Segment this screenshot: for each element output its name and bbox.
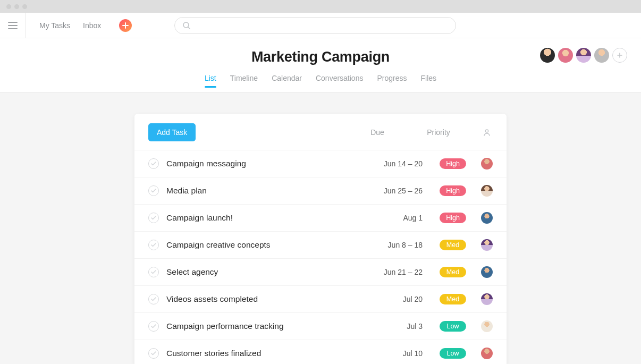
task-row[interactable]: Select agencyJun 21 – 22Med [134, 259, 507, 286]
tab-timeline[interactable]: Timeline [230, 74, 258, 87]
assignee-avatar[interactable] [481, 293, 493, 305]
column-header-due[interactable]: Due [359, 128, 396, 137]
project-header: Marketing Campaign ListTimelineCalendarC… [0, 38, 641, 92]
user-icon [483, 128, 491, 137]
complete-toggle[interactable] [148, 185, 159, 196]
task-rows: Campaign messagingJun 14 – 20HighMedia p… [134, 150, 507, 364]
tab-files[interactable]: Files [420, 74, 436, 87]
add-task-button[interactable]: Add Task [148, 123, 196, 141]
add-member-button[interactable] [612, 48, 627, 63]
member-avatar[interactable] [594, 48, 609, 63]
priority-pill[interactable]: High [440, 185, 466, 196]
task-due[interactable]: Jul 3 [369, 322, 423, 331]
tab-list[interactable]: List [205, 74, 216, 87]
member-avatar[interactable] [576, 48, 591, 63]
task-due[interactable]: Jun 21 – 22 [369, 268, 423, 276]
check-icon [151, 270, 156, 274]
check-icon [151, 324, 156, 328]
task-due[interactable]: Jun 25 – 26 [369, 187, 423, 195]
traffic-light-min[interactable] [14, 4, 19, 9]
task-name[interactable]: Campaign performance tracking [166, 321, 369, 331]
project-members [540, 48, 627, 63]
priority-pill[interactable]: Med [440, 294, 466, 304]
task-row[interactable]: Customer stories finalizedJul 10Low [134, 340, 507, 364]
complete-toggle[interactable] [148, 158, 159, 169]
browser-chrome [0, 0, 641, 13]
priority-pill[interactable]: Med [440, 267, 466, 277]
task-due[interactable]: Aug 1 [369, 214, 423, 222]
assignee-avatar[interactable] [481, 266, 493, 278]
assignee-avatar[interactable] [481, 239, 493, 251]
task-due[interactable]: Jul 10 [369, 349, 423, 358]
task-due[interactable]: Jun 8 – 18 [369, 241, 423, 249]
omni-add-button[interactable] [119, 19, 132, 32]
priority-pill[interactable]: High [440, 213, 466, 223]
assignee-avatar[interactable] [481, 320, 493, 332]
complete-toggle[interactable] [148, 267, 159, 277]
assignee-avatar[interactable] [481, 158, 493, 170]
assignee-avatar[interactable] [481, 348, 493, 359]
topbar: My Tasks Inbox [0, 13, 641, 38]
check-icon [151, 297, 156, 301]
task-name[interactable]: Select agency [166, 267, 369, 277]
column-header-assignee [481, 128, 493, 137]
task-name[interactable]: Customer stories finalized [166, 349, 369, 358]
task-row[interactable]: Media planJun 25 – 26High [134, 177, 507, 205]
tab-calendar[interactable]: Calendar [272, 74, 302, 87]
search-icon [182, 21, 191, 30]
panel-header: Add Task Due Priority [134, 114, 507, 150]
plus-icon [617, 52, 623, 58]
traffic-light-max[interactable] [22, 4, 27, 9]
svg-point-1 [485, 130, 488, 132]
priority-pill[interactable]: Low [440, 348, 466, 359]
assignee-avatar[interactable] [481, 185, 493, 197]
task-row[interactable]: Campaign creative conceptsJun 8 – 18Med [134, 232, 507, 259]
tab-conversations[interactable]: Conversations [316, 74, 364, 87]
complete-toggle[interactable] [148, 240, 159, 250]
nav-my-tasks[interactable]: My Tasks [39, 21, 70, 30]
search-input-wrap[interactable] [174, 17, 456, 34]
task-name[interactable]: Campaign creative concepts [166, 240, 369, 250]
task-row[interactable]: Campaign launch!Aug 1High [134, 205, 507, 232]
traffic-light-close[interactable] [6, 4, 11, 9]
complete-toggle[interactable] [148, 213, 159, 223]
task-name[interactable]: Videos assets completed [166, 294, 369, 304]
task-name[interactable]: Campaign messaging [166, 159, 369, 168]
priority-pill[interactable]: Low [440, 321, 466, 332]
member-avatar[interactable] [558, 48, 573, 63]
task-row[interactable]: Campaign performance trackingJul 3Low [134, 313, 507, 340]
tab-progress[interactable]: Progress [377, 74, 407, 87]
check-icon [151, 243, 156, 247]
project-canvas: Add Task Due Priority Campaign messaging… [0, 92, 641, 364]
complete-toggle[interactable] [148, 294, 159, 304]
priority-pill[interactable]: High [440, 158, 466, 169]
project-tabs: ListTimelineCalendarConversationsProgres… [0, 74, 641, 92]
task-due[interactable]: Jul 20 [369, 295, 423, 303]
check-icon [151, 162, 156, 166]
member-avatar[interactable] [540, 48, 555, 63]
sidebar-toggle[interactable] [0, 13, 26, 38]
search-input[interactable] [195, 21, 456, 30]
task-row[interactable]: Videos assets completedJul 20Med [134, 286, 507, 313]
nav-inbox[interactable]: Inbox [83, 21, 101, 30]
task-list-panel: Add Task Due Priority Campaign messaging… [134, 114, 507, 364]
check-icon [151, 189, 156, 193]
check-icon [151, 216, 156, 220]
task-row[interactable]: Campaign messagingJun 14 – 20High [134, 150, 507, 177]
priority-pill[interactable]: Med [440, 240, 466, 250]
column-header-priority[interactable]: Priority [423, 128, 454, 137]
hamburger-icon [8, 22, 18, 29]
task-name[interactable]: Media plan [166, 186, 369, 196]
complete-toggle[interactable] [148, 348, 159, 359]
task-name[interactable]: Campaign launch! [166, 213, 369, 223]
complete-toggle[interactable] [148, 321, 159, 332]
assignee-avatar[interactable] [481, 212, 493, 224]
plus-icon [122, 22, 129, 29]
task-due[interactable]: Jun 14 – 20 [369, 159, 423, 168]
check-icon [151, 351, 156, 355]
